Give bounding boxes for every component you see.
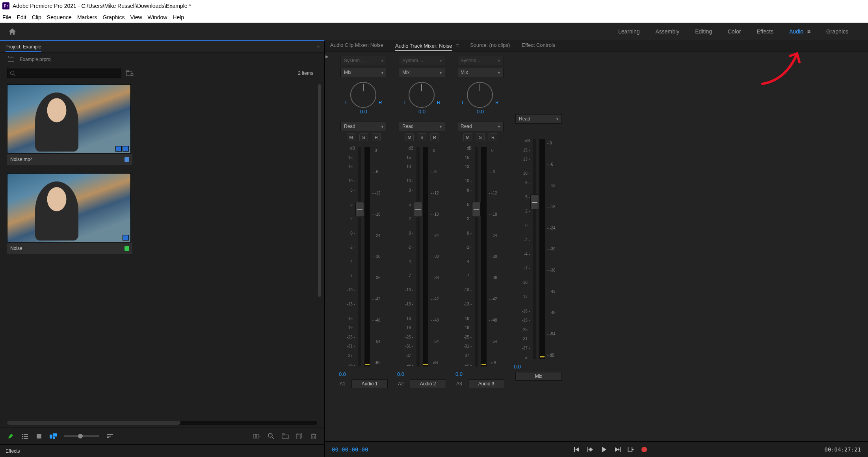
pan-value[interactable]: 0.0 bbox=[418, 109, 426, 115]
mute-button[interactable]: M bbox=[347, 133, 355, 141]
mute-button[interactable]: M bbox=[405, 133, 414, 141]
solo-button[interactable]: S bbox=[359, 133, 368, 141]
track-send-dropdown[interactable]: Mix▼ bbox=[340, 68, 387, 77]
list-view-icon[interactable] bbox=[21, 433, 28, 440]
project-search-input[interactable] bbox=[7, 68, 121, 78]
clip-item[interactable]: Noise bbox=[7, 173, 132, 254]
workspace-learning[interactable]: Learning bbox=[618, 28, 640, 35]
record-icon[interactable] bbox=[640, 446, 648, 453]
automation-mode-dropdown[interactable]: Read▼ bbox=[457, 122, 504, 131]
project-bin[interactable]: Noise.mp4 Noise bbox=[0, 80, 324, 421]
go-to-out-icon[interactable] bbox=[627, 446, 635, 453]
fader-value[interactable]: 0.0 bbox=[455, 371, 463, 377]
thumbnail-zoom-slider[interactable] bbox=[64, 435, 99, 437]
track-name-field[interactable]: Audio 1 bbox=[351, 379, 388, 388]
home-icon[interactable] bbox=[8, 28, 17, 35]
workspace-menu-icon[interactable]: ≡ bbox=[807, 28, 810, 35]
tab-menu-icon[interactable]: ≡ bbox=[456, 42, 459, 50]
tab-audio-track-mixer[interactable]: Audio Track Mixer: Noise bbox=[395, 43, 452, 51]
workspace-effects[interactable]: Effects bbox=[756, 28, 773, 35]
track-send-dropdown[interactable]: Mix▼ bbox=[399, 68, 445, 77]
menu-clip[interactable]: Clip bbox=[32, 14, 41, 20]
effects-panel-header[interactable]: Effects bbox=[0, 444, 324, 457]
delete-icon[interactable] bbox=[310, 433, 317, 440]
menu-sequence[interactable]: Sequence bbox=[47, 14, 72, 20]
freeform-view-icon[interactable] bbox=[50, 433, 57, 440]
play-icon[interactable] bbox=[600, 446, 608, 453]
clip-thumbnail[interactable] bbox=[7, 84, 131, 154]
pan-knob[interactable] bbox=[350, 82, 376, 108]
fader-value[interactable]: 0.0 bbox=[397, 371, 404, 377]
track-name-field[interactable]: Audio 3 bbox=[468, 379, 504, 388]
menu-window[interactable]: Window bbox=[148, 14, 167, 20]
clip-item[interactable]: Noise.mp4 bbox=[7, 84, 132, 165]
write-clip-icon[interactable] bbox=[7, 433, 14, 440]
workspace-graphics[interactable]: Graphics bbox=[826, 28, 848, 35]
volume-fader[interactable] bbox=[475, 147, 478, 366]
record-button[interactable]: R bbox=[430, 133, 439, 141]
svg-rect-26 bbox=[296, 434, 300, 439]
pan-value[interactable]: 0.0 bbox=[360, 109, 367, 115]
solo-button[interactable]: S bbox=[418, 133, 426, 141]
menu-graphics[interactable]: Graphics bbox=[102, 14, 125, 20]
record-button[interactable]: R bbox=[372, 133, 381, 141]
pan-value[interactable]: 0.0 bbox=[477, 109, 484, 115]
fader-scale: dB15 -13 -10 -8 -5 -2 -0 --2 --4 --7 --1… bbox=[463, 144, 472, 369]
icon-view-icon[interactable] bbox=[35, 433, 43, 440]
volume-fader[interactable] bbox=[358, 147, 361, 366]
menu-edit[interactable]: Edit bbox=[17, 14, 26, 20]
sort-icon[interactable] bbox=[106, 433, 113, 440]
track-send-dropdown[interactable]: Mix▼ bbox=[457, 68, 504, 77]
track-output-dropdown[interactable]: System ...▼ bbox=[340, 56, 387, 65]
new-bin-icon[interactable] bbox=[282, 433, 289, 440]
pan-right-label: R bbox=[437, 100, 441, 108]
new-item-icon[interactable] bbox=[296, 433, 303, 440]
automation-mode-dropdown[interactable]: Read▼ bbox=[340, 122, 387, 131]
automation-mode-dropdown[interactable]: Read▼ bbox=[399, 122, 445, 131]
track-output-dropdown[interactable]: System ...▼ bbox=[457, 56, 504, 65]
tab-effect-controls[interactable]: Effect Controls bbox=[522, 42, 555, 50]
track-name-field[interactable]: Audio 2 bbox=[410, 379, 446, 388]
clip-label-color[interactable] bbox=[125, 157, 129, 162]
automation-mode-dropdown[interactable]: Read▼ bbox=[515, 114, 562, 124]
new-bin-from-search-icon[interactable] bbox=[126, 70, 134, 76]
mute-button[interactable]: M bbox=[463, 133, 472, 141]
workspace-color[interactable]: Color bbox=[728, 28, 741, 35]
menu-markers[interactable]: Markers bbox=[77, 14, 97, 20]
project-scrollbar[interactable] bbox=[318, 84, 321, 297]
project-hscrollbar[interactable] bbox=[7, 421, 317, 425]
fader-value[interactable]: 0.0 bbox=[339, 371, 346, 377]
record-button[interactable]: R bbox=[489, 133, 497, 141]
panel-menu-icon[interactable]: ≡ bbox=[317, 44, 319, 50]
pan-knob[interactable] bbox=[409, 82, 435, 108]
tab-audio-clip-mixer[interactable]: Audio Clip Mixer: Noise bbox=[330, 42, 383, 50]
tab-source[interactable]: Source: (no clips) bbox=[470, 42, 510, 50]
project-panel-title[interactable]: Project: Example bbox=[6, 44, 41, 52]
svg-rect-13 bbox=[50, 435, 52, 438]
expand-effects-icon[interactable]: ▶ bbox=[325, 54, 329, 59]
workspace-assembly[interactable]: Assembly bbox=[655, 28, 679, 35]
find-icon[interactable] bbox=[268, 433, 275, 440]
sequence-duration: 00:04:27:21 bbox=[824, 446, 861, 453]
step-back-icon[interactable] bbox=[587, 446, 595, 453]
clip-thumbnail[interactable] bbox=[7, 173, 131, 242]
volume-fader[interactable] bbox=[533, 139, 536, 359]
svg-rect-12 bbox=[37, 434, 41, 438]
automate-to-sequence-icon[interactable] bbox=[253, 433, 260, 440]
menu-view[interactable]: View bbox=[130, 14, 142, 20]
workspace-audio[interactable]: Audio bbox=[789, 28, 803, 35]
fader-value[interactable]: 0.0 bbox=[514, 364, 521, 370]
track-output-dropdown[interactable]: System ...▼ bbox=[399, 56, 445, 65]
workspace-editing[interactable]: Editing bbox=[695, 28, 712, 35]
step-forward-icon[interactable] bbox=[613, 446, 621, 453]
menu-file[interactable]: File bbox=[2, 14, 11, 20]
menu-help[interactable]: Help bbox=[173, 14, 184, 20]
clip-label-color[interactable] bbox=[125, 246, 129, 251]
svg-rect-10 bbox=[22, 438, 23, 439]
volume-fader[interactable] bbox=[416, 147, 420, 366]
solo-button[interactable]: S bbox=[476, 133, 485, 141]
track-name-field[interactable]: Mix bbox=[515, 372, 562, 381]
current-timecode[interactable]: 00:00:00:00 bbox=[332, 446, 368, 453]
go-to-in-icon[interactable] bbox=[573, 446, 581, 453]
pan-knob[interactable] bbox=[467, 82, 493, 108]
